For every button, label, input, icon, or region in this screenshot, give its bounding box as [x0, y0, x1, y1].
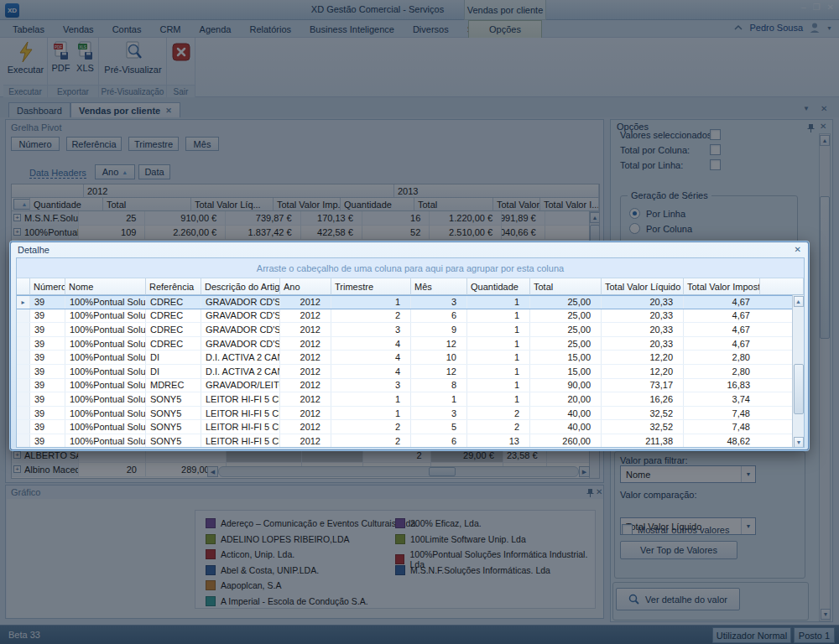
- dialog-cell: 4: [331, 337, 411, 351]
- dialog-col-trimestre[interactable]: Trimestre: [331, 278, 411, 295]
- dialog-row[interactable]: 39100%Pontual Solu...DID.I. ACTIVA 2 CAN…: [17, 351, 804, 365]
- dialog-col-refer-ncia[interactable]: Referência: [146, 278, 201, 295]
- scroll-down-icon[interactable]: ▼: [794, 437, 804, 448]
- dialog-cell: 1: [411, 392, 467, 406]
- dialog-cell: 1: [467, 323, 530, 336]
- dialog-cell: 260,00: [530, 434, 602, 448]
- dialog-cell: 2012: [280, 379, 331, 392]
- row-indicator: [17, 365, 30, 378]
- dialog-cell: 6: [411, 309, 467, 323]
- dialog-cell: 16,26: [602, 392, 684, 406]
- dialog-row[interactable]: 39100%Pontual Solu...SONY5LEITOR HI-FI 5…: [17, 407, 804, 421]
- dialog-cell: 5: [411, 420, 467, 434]
- dialog-grid-header: NúmeroNomeReferênciaDescrição do ArtigoA…: [17, 278, 804, 295]
- dialog-cell: 100%Pontual Solu...: [65, 337, 146, 351]
- dialog-cell: 25,00: [530, 337, 602, 351]
- row-indicator: [17, 434, 30, 448]
- dialog-cell: 73,17: [602, 379, 684, 392]
- dialog-cell: 39: [30, 323, 65, 336]
- dialog-row[interactable]: 39100%Pontual Solu...MDRECGRAVADOR/LEITO…: [17, 379, 804, 393]
- dialog-row[interactable]: 39100%Pontual Solu...DID.I. ACTIVA 2 CAN…: [17, 365, 804, 379]
- dialog-cell: 39: [30, 337, 65, 351]
- dialog-col-total-valor-l-quido[interactable]: Total Valor Líquido: [602, 278, 684, 295]
- dialog-cell: 15,00: [530, 365, 602, 378]
- dialog-cell: CDREC: [146, 309, 201, 323]
- dialog-vscrollbar[interactable]: ▲ ▼: [792, 295, 804, 448]
- dialog-cell: 100%Pontual Solu...: [65, 392, 146, 406]
- dialog-cell: 15,00: [530, 351, 602, 364]
- dialog-col-n-mero[interactable]: Número: [30, 278, 65, 295]
- dialog-cell: GRAVADOR CD'S...: [201, 323, 280, 336]
- dialog-cell: 100%Pontual Solu...: [65, 323, 146, 336]
- dialog-title: Detalhe: [18, 245, 50, 255]
- dialog-cell: 4,67: [684, 309, 760, 323]
- dialog-cell: 4: [331, 351, 411, 364]
- dialog-cell: 2012: [280, 434, 331, 448]
- dialog-cell: 2,80: [684, 365, 760, 378]
- dialog-cell: 1: [467, 365, 530, 378]
- dialog-col-descri-o-do-artigo[interactable]: Descrição do Artigo: [201, 278, 280, 295]
- dialog-cell: 32,52: [602, 420, 684, 434]
- dialog-cell: 100%Pontual Solu...: [65, 379, 146, 392]
- dialog-cell: MDREC: [146, 379, 201, 392]
- dialog-col-ano[interactable]: Ano: [280, 278, 331, 295]
- dialog-cell: 2: [467, 407, 530, 420]
- dialog-col-quantidade[interactable]: Quantidade: [467, 278, 530, 295]
- dialog-cell: 2012: [280, 309, 331, 323]
- detalhe-dialog: Detalhe ✕ Arraste o cabeçalho de uma col…: [10, 242, 809, 450]
- dialog-cell: 4: [331, 365, 411, 378]
- dialog-cell: 32,52: [602, 407, 684, 420]
- dialog-cell: 3: [331, 379, 411, 392]
- dialog-close-icon[interactable]: ✕: [795, 245, 801, 254]
- dialog-cell: CDREC: [146, 323, 201, 336]
- dialog-cell: 2012: [280, 337, 331, 351]
- dialog-cell: 12: [411, 365, 467, 378]
- dialog-col-total-valor-imposto[interactable]: Total Valor Imposto: [684, 278, 760, 295]
- dialog-cell: 1: [467, 309, 530, 323]
- dialog-cell: 39: [30, 392, 65, 406]
- dialog-col-m-s[interactable]: Mês: [411, 278, 467, 295]
- dialog-row[interactable]: 39100%Pontual Solu...SONY5LEITOR HI-FI 5…: [17, 434, 804, 448]
- vscroll-thumb[interactable]: [794, 364, 804, 414]
- dialog-header-filler: [760, 278, 804, 295]
- dialog-row[interactable]: 39100%Pontual Solu...CDRECGRAVADOR CD'S.…: [17, 309, 804, 324]
- dialog-cell: 1: [467, 379, 530, 392]
- dialog-cell: 8: [411, 379, 467, 392]
- row-indicator: [17, 407, 30, 420]
- dialog-row[interactable]: 39100%Pontual Solu...SONY5LEITOR HI-FI 5…: [17, 420, 804, 434]
- dialog-cell: 39: [30, 379, 65, 392]
- dialog-cell: 12,20: [602, 351, 684, 364]
- dialog-cell: GRAVADOR/LEITO...: [201, 379, 280, 392]
- dialog-cell: 39: [30, 351, 65, 364]
- dialog-cell: SONY5: [146, 420, 201, 434]
- dialog-cell: 13: [467, 434, 530, 448]
- dialog-row[interactable]: ▸39100%Pontual Solu...CDRECGRAVADOR CD'S…: [17, 295, 804, 309]
- dialog-cell: 3: [331, 323, 411, 336]
- dialog-cell: GRAVADOR CD'S...: [201, 309, 280, 323]
- dialog-cell: 4,67: [684, 296, 760, 309]
- row-indicator: [17, 337, 30, 351]
- dialog-cell: 100%Pontual Solu...: [65, 407, 146, 420]
- dialog-indicator-header: [17, 278, 30, 295]
- dialog-cell: 2,80: [684, 351, 760, 364]
- dialog-col-total[interactable]: Total: [530, 278, 602, 295]
- dialog-cell: 10: [411, 351, 467, 364]
- dialog-cell: 39: [30, 407, 65, 420]
- dialog-cell: 211,38: [602, 434, 684, 448]
- dialog-cell: 2: [467, 420, 530, 434]
- dialog-row[interactable]: 39100%Pontual Solu...CDRECGRAVADOR CD'S.…: [17, 323, 804, 337]
- dialog-cell: 4,67: [684, 337, 760, 351]
- dialog-cell: 2012: [280, 392, 331, 406]
- dialog-row[interactable]: 39100%Pontual Solu...CDRECGRAVADOR CD'S.…: [17, 337, 804, 351]
- dialog-cell: SONY5: [146, 392, 201, 406]
- scroll-up-icon[interactable]: ▲: [794, 296, 804, 307]
- row-indicator: [17, 309, 30, 323]
- dialog-cell: 25,00: [530, 309, 602, 323]
- dialog-row[interactable]: 39100%Pontual Solu...SONY5LEITOR HI-FI 5…: [17, 392, 804, 407]
- dialog-cell: 12: [411, 337, 467, 351]
- dialog-cell: 39: [30, 420, 65, 434]
- dialog-cell: 2: [331, 434, 411, 448]
- dialog-col-nome[interactable]: Nome: [65, 278, 146, 295]
- groupby-drop-area[interactable]: Arraste o cabeçalho de uma coluna para a…: [17, 258, 804, 278]
- dialog-cell: 2012: [280, 407, 331, 420]
